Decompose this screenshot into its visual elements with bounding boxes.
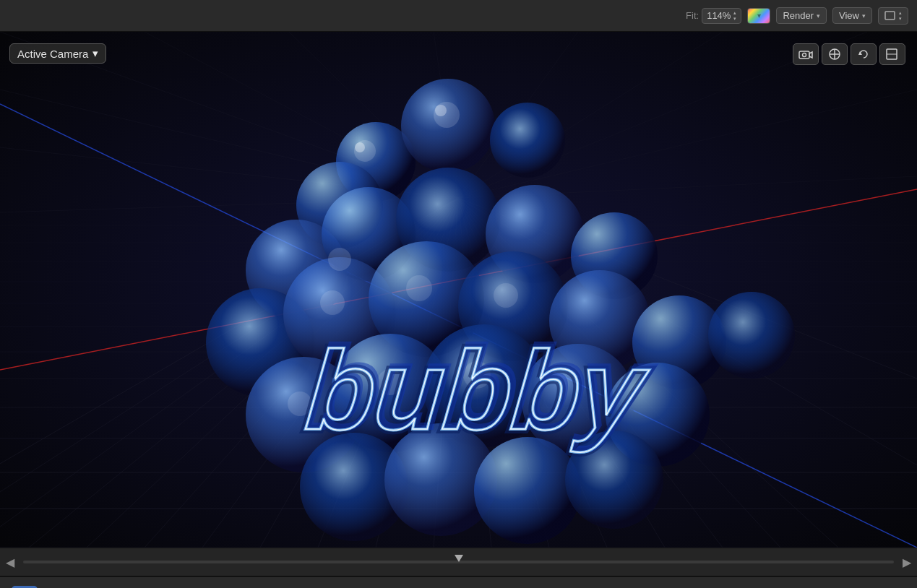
window-button[interactable]: ▴ ▾: [878, 7, 908, 25]
render-label: Render: [783, 10, 814, 21]
select-tool-group: ▾: [12, 586, 53, 589]
chevron-down-icon: ▾: [757, 12, 761, 20]
chevron-down-icon: ▾: [733, 16, 736, 22]
viewport[interactable]: Active Camera ▾: [0, 32, 917, 548]
svg-point-60: [490, 103, 565, 178]
scene-canvas: bubby bubby bubby bubby: [0, 32, 917, 548]
pan-tool-button[interactable]: [100, 586, 126, 589]
view-label: View: [839, 10, 859, 21]
svg-point-3: [803, 53, 806, 57]
window-up-icon: ▴: [899, 10, 902, 16]
text-tool-dropdown[interactable]: ▾: [314, 586, 329, 589]
timeline-bar: ◀ ▶: [0, 548, 917, 576]
move-view-button[interactable]: [822, 43, 848, 65]
view-dropdown[interactable]: View ▾: [832, 7, 872, 24]
svg-point-87: [328, 248, 351, 271]
viewport-controls: [793, 43, 905, 65]
timeline-playhead[interactable]: [455, 555, 463, 562]
camera-chevron-icon: ▾: [92, 47, 98, 60]
timeline-end-marker[interactable]: ▶: [903, 555, 911, 569]
fill-tool-button[interactable]: [339, 586, 365, 589]
pan-tool-group: ▾: [100, 586, 142, 589]
render-dropdown[interactable]: Render ▾: [776, 7, 827, 24]
fit-label: Fit:: [686, 10, 699, 21]
svg-point-73: [708, 292, 795, 379]
brush-tool-button[interactable]: [251, 586, 277, 589]
select-tool-button[interactable]: [12, 586, 38, 589]
fit-stepper[interactable]: ▴ ▾: [733, 10, 736, 22]
svg-point-84: [355, 142, 365, 152]
brush-tool-group: [251, 586, 277, 589]
top-toolbar: Fit: 114% ▴ ▾ ▾ Render ▾ View ▾ ▴ ▾: [0, 0, 917, 32]
window-down-icon: ▾: [899, 16, 902, 22]
color-picker-button[interactable]: ▾: [747, 8, 770, 24]
expand-button[interactable]: [879, 586, 905, 589]
camera-icon: [798, 48, 813, 60]
move-view-icon: [828, 48, 841, 61]
fill-tool-dropdown[interactable]: ▾: [366, 586, 381, 589]
select-tool-dropdown[interactable]: ▾: [39, 586, 53, 589]
svg-marker-2: [809, 52, 812, 58]
shape-tool-dropdown[interactable]: ▾: [190, 586, 205, 589]
fill-tool-group: ▾: [339, 586, 381, 589]
orbit-tool-button[interactable]: [64, 586, 90, 589]
timeline-track[interactable]: [23, 561, 894, 563]
layout-icon: [885, 48, 898, 61]
bottom-right-tools: [879, 586, 905, 589]
shape-tool-button[interactable]: [163, 586, 189, 589]
view-chevron-icon: ▾: [862, 12, 866, 20]
camera-label: Active Camera: [17, 48, 88, 60]
rotate-view-button[interactable]: [851, 43, 877, 65]
fit-value-button[interactable]: 114% ▴ ▾: [702, 8, 741, 24]
shape-tool-group: ▾: [163, 586, 205, 589]
svg-point-89: [494, 283, 518, 308]
orbit-tool-group: [64, 586, 90, 589]
camera-icon-button[interactable]: [793, 43, 819, 65]
text-tool-button[interactable]: T: [287, 586, 313, 589]
svg-point-90: [320, 290, 345, 315]
fit-percentage: 114%: [707, 10, 731, 21]
svg-point-81: [474, 437, 581, 544]
pen-tool-button[interactable]: [215, 586, 241, 589]
window-icon: [884, 11, 896, 21]
window-stepper[interactable]: ▴ ▾: [899, 10, 902, 22]
text-tool-group: T ▾: [287, 586, 329, 589]
svg-point-86: [435, 105, 447, 116]
fit-control: Fit: 114% ▴ ▾: [686, 8, 741, 24]
pen-tool-group: [215, 586, 241, 589]
chevron-up-icon: ▴: [733, 10, 736, 16]
pan-tool-dropdown[interactable]: ▾: [127, 586, 142, 589]
svg-point-88: [406, 275, 432, 301]
svg-text:bubby: bubby: [301, 327, 653, 453]
layout-button[interactable]: [879, 43, 905, 65]
camera-dropdown[interactable]: Active Camera ▾: [9, 43, 106, 64]
timeline-start-marker[interactable]: ◀: [6, 555, 14, 569]
bottom-toolbar: ▾ ▾ ▾: [0, 576, 917, 588]
svg-rect-1: [799, 51, 809, 59]
rotate-view-icon: [857, 48, 870, 61]
render-chevron-icon: ▾: [817, 12, 820, 20]
svg-rect-0: [885, 12, 895, 20]
